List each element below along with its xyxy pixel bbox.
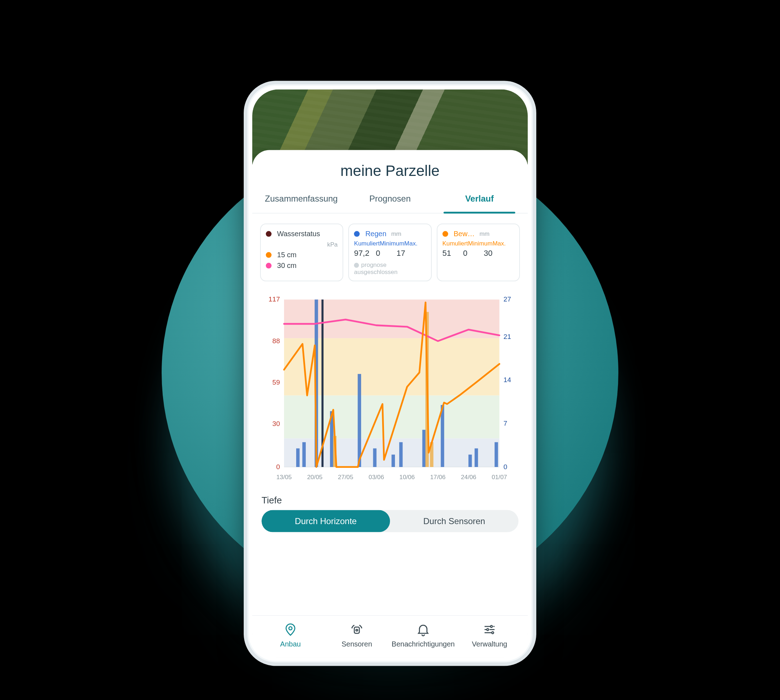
depth-label: 30 cm [277,262,297,269]
nav-label: Benachrichtigungen [392,640,455,648]
depth-label: 15 cm [277,251,297,259]
svg-text:13/05: 13/05 [276,474,292,481]
svg-text:21: 21 [503,333,511,340]
svg-rect-23 [296,448,300,467]
depth-dot-icon [266,263,272,269]
tab-zusammenfassung[interactable]: Zusammenfassung [256,187,345,213]
card-footnote: prognose ausgeschlossen [354,262,426,276]
card-wasserstatus[interactable]: Wasserstatus kPa 15 cm 30 cm [260,224,343,282]
card-title: Wasserstatus [277,230,320,238]
bell-icon [416,622,431,637]
tab-prognosen[interactable]: Prognosen [345,187,435,213]
seg-durch-sensoren[interactable]: Durch Sensoren [390,510,518,532]
depth-dot-icon [266,252,272,258]
svg-rect-27 [358,374,361,467]
tab-label: Zusammenfassung [265,194,336,203]
svg-point-44 [487,628,489,631]
bottom-nav: Anbau Sensoren Benachrichtigungen [252,615,528,658]
svg-text:01/07: 01/07 [492,474,507,481]
mini-values: 51 0 30 [442,249,514,258]
rain-dot-icon [354,231,360,237]
svg-text:03/06: 03/06 [368,474,384,481]
card-regen[interactable]: Regen mm KumuliertMinimumMax. 97,2 0 17 [348,224,432,282]
page-title: meine Parzelle [252,150,528,187]
unit-label: mm [391,230,401,237]
svg-text:59: 59 [272,378,280,386]
svg-text:17/06: 17/06 [430,474,446,481]
depth-section-label: Tiefe [262,495,518,506]
info-dot-icon [354,263,359,268]
depth-segmented: Durch Horizonte Durch Sensoren [262,510,518,532]
map-pin-icon [283,622,298,637]
chart-verlauf[interactable]: 03059881170714212713/0520/0527/0503/0610… [260,288,520,488]
svg-point-42 [356,629,358,631]
mini-header: KumuliertMinimumMax. [354,240,426,247]
nav-sensoren[interactable]: Sensoren [323,622,390,648]
svg-text:0: 0 [276,463,280,471]
val-kumuliert: 97,2 [354,249,369,258]
sliders-icon [482,622,497,637]
svg-rect-35 [495,442,498,467]
nav-label: Anbau [280,640,301,648]
seg-durch-horizonte[interactable]: Durch Horizonte [262,510,390,532]
nav-label: Sensoren [342,640,372,648]
svg-rect-41 [354,627,359,633]
svg-text:0: 0 [503,463,507,471]
card-title: Regen [365,230,387,238]
val-min: 0 [463,249,477,258]
val-min: 0 [376,249,390,258]
svg-rect-29 [392,455,395,467]
svg-point-43 [490,625,492,628]
unit-label: kPa [327,241,338,248]
tab-label: Prognosen [369,194,411,203]
nav-verwaltung[interactable]: Verwaltung [457,622,523,648]
card-title: Bew… [453,230,475,238]
phone-frame: meine Parzelle Zusammenfassung Prognosen… [244,81,536,666]
svg-text:117: 117 [269,296,280,303]
svg-text:30: 30 [272,420,280,428]
svg-text:24/06: 24/06 [461,474,477,481]
svg-rect-28 [373,448,377,467]
tab-label: Verlauf [465,194,494,203]
val-kumuliert: 51 [442,249,457,258]
unit-label: mm [480,230,490,237]
svg-rect-30 [399,442,403,467]
svg-rect-31 [422,430,426,467]
svg-rect-24 [302,442,306,467]
content-sheet: meine Parzelle Zusammenfassung Prognosen… [252,150,528,658]
val-max: 30 [484,249,498,258]
svg-text:20/05: 20/05 [307,474,323,481]
svg-point-40 [289,627,292,630]
nav-benachrichtigungen[interactable]: Benachrichtigungen [390,622,457,648]
svg-rect-34 [475,448,478,467]
svg-rect-33 [468,455,472,467]
tab-verlauf[interactable]: Verlauf [435,187,524,213]
irrigation-dot-icon [442,231,448,237]
mini-header: KumuliertMinimumMax. [442,240,514,247]
svg-text:7: 7 [503,420,507,427]
svg-text:10/06: 10/06 [399,474,415,481]
mini-values: 97,2 0 17 [354,249,426,258]
svg-text:27/05: 27/05 [338,474,353,481]
val-max: 17 [397,249,411,258]
svg-text:27: 27 [503,296,511,303]
tabs: Zusammenfassung Prognosen Verlauf [252,187,528,214]
status-dot-icon [266,231,272,237]
svg-point-45 [492,632,494,634]
sensor-icon [349,622,364,637]
card-bewaesserung[interactable]: Bew… mm KumuliertMinimumMax. 51 0 30 [437,224,520,282]
svg-text:14: 14 [503,377,511,384]
svg-text:88: 88 [272,337,280,345]
nav-label: Verwaltung [472,640,507,648]
nav-anbau[interactable]: Anbau [257,622,323,648]
